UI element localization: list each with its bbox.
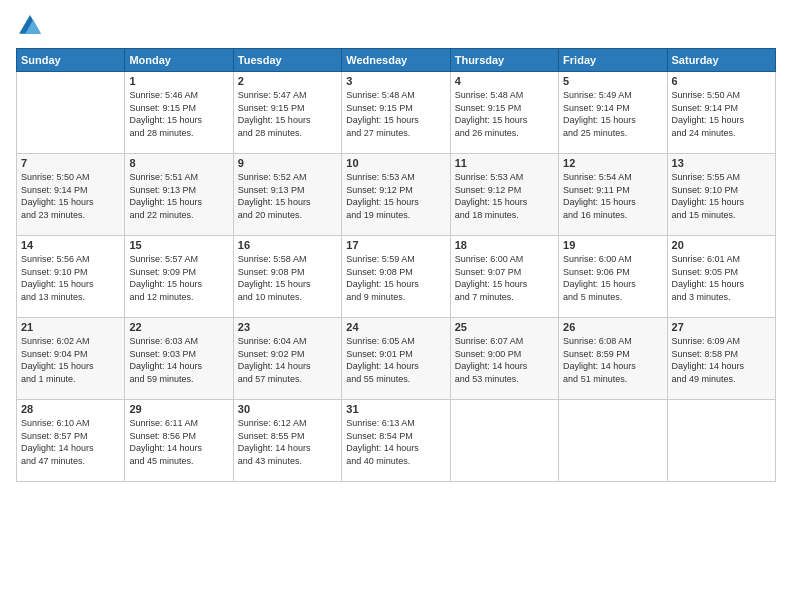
day-cell: 22Sunrise: 6:03 AM Sunset: 9:03 PM Dayli… [125,318,233,400]
day-number: 9 [238,157,337,169]
day-info: Sunrise: 5:59 AM Sunset: 9:08 PM Dayligh… [346,253,445,303]
day-cell: 5Sunrise: 5:49 AM Sunset: 9:14 PM Daylig… [559,72,667,154]
week-row-2: 7Sunrise: 5:50 AM Sunset: 9:14 PM Daylig… [17,154,776,236]
calendar-table: SundayMondayTuesdayWednesdayThursdayFrid… [16,48,776,482]
day-cell: 15Sunrise: 5:57 AM Sunset: 9:09 PM Dayli… [125,236,233,318]
day-number: 28 [21,403,120,415]
header-cell-thursday: Thursday [450,49,558,72]
header-cell-tuesday: Tuesday [233,49,341,72]
day-number: 20 [672,239,771,251]
day-cell: 1Sunrise: 5:46 AM Sunset: 9:15 PM Daylig… [125,72,233,154]
day-number: 21 [21,321,120,333]
day-info: Sunrise: 6:07 AM Sunset: 9:00 PM Dayligh… [455,335,554,385]
day-info: Sunrise: 6:10 AM Sunset: 8:57 PM Dayligh… [21,417,120,467]
day-info: Sunrise: 5:49 AM Sunset: 9:14 PM Dayligh… [563,89,662,139]
day-number: 6 [672,75,771,87]
day-info: Sunrise: 5:48 AM Sunset: 9:15 PM Dayligh… [455,89,554,139]
week-row-5: 28Sunrise: 6:10 AM Sunset: 8:57 PM Dayli… [17,400,776,482]
day-info: Sunrise: 5:48 AM Sunset: 9:15 PM Dayligh… [346,89,445,139]
day-info: Sunrise: 5:54 AM Sunset: 9:11 PM Dayligh… [563,171,662,221]
day-info: Sunrise: 5:56 AM Sunset: 9:10 PM Dayligh… [21,253,120,303]
day-info: Sunrise: 5:52 AM Sunset: 9:13 PM Dayligh… [238,171,337,221]
day-info: Sunrise: 5:50 AM Sunset: 9:14 PM Dayligh… [672,89,771,139]
day-number: 23 [238,321,337,333]
calendar-body: 1Sunrise: 5:46 AM Sunset: 9:15 PM Daylig… [17,72,776,482]
header-cell-friday: Friday [559,49,667,72]
day-cell: 21Sunrise: 6:02 AM Sunset: 9:04 PM Dayli… [17,318,125,400]
day-info: Sunrise: 6:01 AM Sunset: 9:05 PM Dayligh… [672,253,771,303]
day-number: 27 [672,321,771,333]
day-cell: 18Sunrise: 6:00 AM Sunset: 9:07 PM Dayli… [450,236,558,318]
day-cell: 8Sunrise: 5:51 AM Sunset: 9:13 PM Daylig… [125,154,233,236]
day-cell: 23Sunrise: 6:04 AM Sunset: 9:02 PM Dayli… [233,318,341,400]
day-info: Sunrise: 5:46 AM Sunset: 9:15 PM Dayligh… [129,89,228,139]
day-number: 18 [455,239,554,251]
calendar-header: SundayMondayTuesdayWednesdayThursdayFrid… [17,49,776,72]
day-number: 11 [455,157,554,169]
header [16,12,776,40]
day-info: Sunrise: 6:00 AM Sunset: 9:07 PM Dayligh… [455,253,554,303]
day-info: Sunrise: 6:00 AM Sunset: 9:06 PM Dayligh… [563,253,662,303]
day-number: 29 [129,403,228,415]
day-cell: 12Sunrise: 5:54 AM Sunset: 9:11 PM Dayli… [559,154,667,236]
day-number: 25 [455,321,554,333]
day-number: 5 [563,75,662,87]
page: SundayMondayTuesdayWednesdayThursdayFrid… [0,0,792,612]
day-info: Sunrise: 5:57 AM Sunset: 9:09 PM Dayligh… [129,253,228,303]
day-cell: 29Sunrise: 6:11 AM Sunset: 8:56 PM Dayli… [125,400,233,482]
day-cell: 10Sunrise: 5:53 AM Sunset: 9:12 PM Dayli… [342,154,450,236]
day-cell: 25Sunrise: 6:07 AM Sunset: 9:00 PM Dayli… [450,318,558,400]
logo-icon [16,12,44,40]
day-cell: 17Sunrise: 5:59 AM Sunset: 9:08 PM Dayli… [342,236,450,318]
header-cell-monday: Monday [125,49,233,72]
day-cell: 3Sunrise: 5:48 AM Sunset: 9:15 PM Daylig… [342,72,450,154]
day-info: Sunrise: 5:51 AM Sunset: 9:13 PM Dayligh… [129,171,228,221]
day-info: Sunrise: 5:53 AM Sunset: 9:12 PM Dayligh… [455,171,554,221]
day-cell [667,400,775,482]
header-cell-sunday: Sunday [17,49,125,72]
day-info: Sunrise: 6:02 AM Sunset: 9:04 PM Dayligh… [21,335,120,385]
header-row: SundayMondayTuesdayWednesdayThursdayFrid… [17,49,776,72]
day-cell: 26Sunrise: 6:08 AM Sunset: 8:59 PM Dayli… [559,318,667,400]
day-cell: 4Sunrise: 5:48 AM Sunset: 9:15 PM Daylig… [450,72,558,154]
day-cell: 19Sunrise: 6:00 AM Sunset: 9:06 PM Dayli… [559,236,667,318]
day-number: 3 [346,75,445,87]
day-number: 1 [129,75,228,87]
day-number: 16 [238,239,337,251]
day-cell: 24Sunrise: 6:05 AM Sunset: 9:01 PM Dayli… [342,318,450,400]
day-number: 10 [346,157,445,169]
day-number: 30 [238,403,337,415]
day-info: Sunrise: 6:04 AM Sunset: 9:02 PM Dayligh… [238,335,337,385]
day-cell: 27Sunrise: 6:09 AM Sunset: 8:58 PM Dayli… [667,318,775,400]
logo [16,12,48,40]
day-cell: 2Sunrise: 5:47 AM Sunset: 9:15 PM Daylig… [233,72,341,154]
day-cell [17,72,125,154]
day-cell: 9Sunrise: 5:52 AM Sunset: 9:13 PM Daylig… [233,154,341,236]
day-info: Sunrise: 6:12 AM Sunset: 8:55 PM Dayligh… [238,417,337,467]
day-cell: 13Sunrise: 5:55 AM Sunset: 9:10 PM Dayli… [667,154,775,236]
day-info: Sunrise: 5:50 AM Sunset: 9:14 PM Dayligh… [21,171,120,221]
day-info: Sunrise: 5:58 AM Sunset: 9:08 PM Dayligh… [238,253,337,303]
day-cell: 6Sunrise: 5:50 AM Sunset: 9:14 PM Daylig… [667,72,775,154]
day-number: 26 [563,321,662,333]
day-cell: 11Sunrise: 5:53 AM Sunset: 9:12 PM Dayli… [450,154,558,236]
day-number: 22 [129,321,228,333]
day-number: 4 [455,75,554,87]
day-cell: 28Sunrise: 6:10 AM Sunset: 8:57 PM Dayli… [17,400,125,482]
day-cell: 20Sunrise: 6:01 AM Sunset: 9:05 PM Dayli… [667,236,775,318]
day-number: 31 [346,403,445,415]
day-info: Sunrise: 6:09 AM Sunset: 8:58 PM Dayligh… [672,335,771,385]
day-cell: 16Sunrise: 5:58 AM Sunset: 9:08 PM Dayli… [233,236,341,318]
day-info: Sunrise: 6:03 AM Sunset: 9:03 PM Dayligh… [129,335,228,385]
day-info: Sunrise: 6:08 AM Sunset: 8:59 PM Dayligh… [563,335,662,385]
day-cell: 31Sunrise: 6:13 AM Sunset: 8:54 PM Dayli… [342,400,450,482]
day-number: 2 [238,75,337,87]
day-number: 24 [346,321,445,333]
day-info: Sunrise: 5:53 AM Sunset: 9:12 PM Dayligh… [346,171,445,221]
day-number: 17 [346,239,445,251]
day-cell: 7Sunrise: 5:50 AM Sunset: 9:14 PM Daylig… [17,154,125,236]
day-number: 15 [129,239,228,251]
day-info: Sunrise: 5:55 AM Sunset: 9:10 PM Dayligh… [672,171,771,221]
day-number: 12 [563,157,662,169]
day-number: 7 [21,157,120,169]
